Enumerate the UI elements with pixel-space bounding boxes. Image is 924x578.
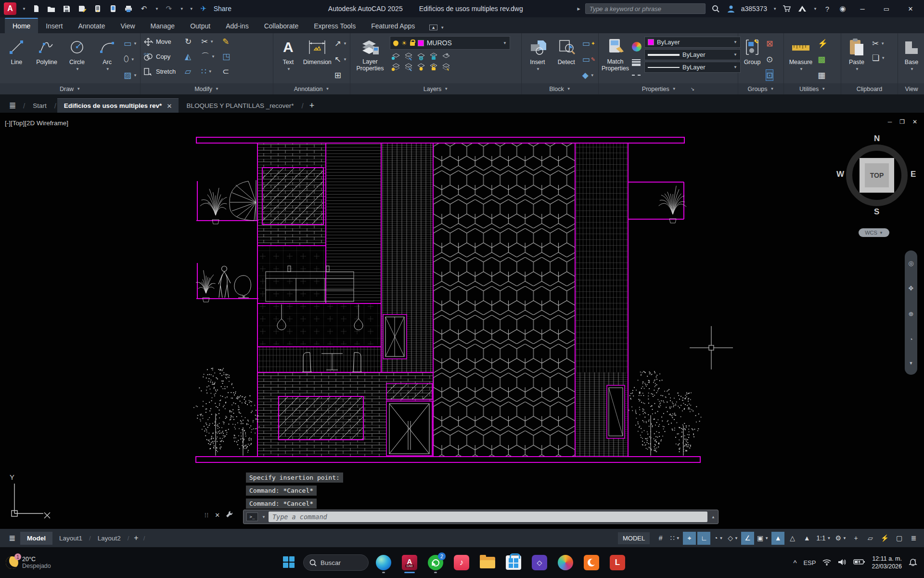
ribbon-tab-express-tools[interactable]: Express Tools [306, 19, 363, 33]
language-indicator[interactable]: ESP [803, 559, 816, 566]
layer-unisolate-button[interactable] [403, 63, 414, 73]
panel-label-block[interactable]: Block▼ [522, 83, 598, 94]
layer-on-all-button[interactable] [391, 63, 401, 73]
taskbar-app-music[interactable]: ♪ [450, 552, 473, 574]
layer-lock-button[interactable] [428, 52, 439, 62]
dimension-button[interactable]: Dimension [303, 35, 332, 83]
panel-label-annotation[interactable]: Annotation▼ [273, 83, 350, 94]
object-snap-toggle[interactable]: ▣▼ [756, 532, 770, 545]
command-prompt-icon[interactable]: >_ [246, 512, 258, 521]
new-layout-button[interactable]: + [129, 534, 143, 542]
cut-button[interactable]: ✂▼ [872, 38, 885, 49]
orbit-icon[interactable]: ◔ [909, 336, 913, 343]
tab-model[interactable]: Model [20, 532, 52, 545]
start-button[interactable] [283, 556, 295, 569]
base-button[interactable]: Base▼ [901, 35, 922, 83]
move-button[interactable]: Move [143, 35, 185, 49]
notification-bell-icon[interactable]: z [909, 558, 917, 567]
erase-button[interactable]: ✎ [222, 37, 237, 47]
panel-label-groups[interactable]: Groups▼ [738, 83, 783, 94]
maximize-button[interactable]: ▭ [877, 1, 896, 16]
polar-tracking-toggle[interactable]: ◔▼ [712, 532, 725, 545]
customization-button[interactable]: ≣ [907, 532, 920, 545]
hatch-button[interactable]: ▨▼ [124, 70, 137, 80]
battery-icon[interactable] [853, 559, 865, 566]
fillet-button[interactable]: ⌒▼ [201, 52, 222, 62]
layer-thaw-icon[interactable]: ☀ [401, 39, 407, 47]
lineweight-select[interactable]: ByLayer▼ [644, 49, 741, 60]
layer-color-swatch[interactable] [418, 40, 424, 46]
multileader-button[interactable]: ↖▼ [334, 54, 347, 65]
layer-isolate-button[interactable] [403, 52, 414, 62]
minimize-button[interactable]: ─ [853, 1, 872, 16]
viewcube-south[interactable]: S [874, 207, 879, 217]
copy-button[interactable]: O↰Copy [143, 50, 185, 64]
help-icon[interactable]: ? [822, 3, 833, 14]
weather-widget[interactable]: 1 20°C Despejado [0, 556, 96, 569]
tab-layout2[interactable]: Layout2 [91, 532, 128, 545]
create-block-button[interactable]: ▭✦ [582, 38, 595, 49]
autoscale-toggle[interactable]: △ [786, 532, 799, 545]
ribbon-tab-home[interactable]: Home [5, 18, 38, 33]
text-button[interactable]: A Text▼ [276, 35, 300, 83]
edit-block-button[interactable]: ▭✎ [582, 54, 595, 65]
grid-toggle[interactable]: # [654, 532, 667, 545]
command-close-icon[interactable]: ✕ [215, 512, 220, 519]
taskbar-app-l[interactable]: L [606, 552, 629, 574]
layer-unlock-all-button[interactable] [428, 63, 439, 73]
command-history-toggle-icon[interactable]: ▲ [711, 515, 715, 519]
viewport-minimize-icon[interactable]: ─ [888, 118, 892, 125]
ribbon-tab-addins[interactable]: Add-ins [218, 19, 256, 33]
file-tab-start[interactable]: Start [26, 98, 53, 113]
match-properties-button[interactable]: Match Properties [602, 35, 629, 83]
ribbon-tab-collaborate[interactable]: Collaborate [257, 19, 307, 33]
taskbar-app-edge[interactable] [372, 552, 395, 574]
command-bar[interactable]: >_ ▼ ▲ [243, 510, 719, 524]
line-button[interactable]: Line [3, 35, 30, 83]
steering-wheel-icon[interactable]: ◎ [908, 260, 913, 267]
close-tab-icon[interactable]: ✕ [167, 102, 172, 110]
layer-on-icon[interactable] [393, 40, 398, 46]
drawing-canvas[interactable]: Y [0, 113, 924, 529]
ribbon-tab-output[interactable]: Output [182, 19, 218, 33]
panel-label-modify[interactable]: Modify▼ [141, 83, 273, 94]
object-color-select[interactable]: ByLayer▼ [644, 37, 741, 48]
undo-icon[interactable]: ↶ [139, 3, 149, 14]
layer-match-button[interactable] [441, 63, 451, 73]
taskbar-app-copilot[interactable] [554, 552, 577, 574]
feedback-icon[interactable]: ◉ [837, 3, 848, 14]
navigation-bar[interactable]: ◎ ✥ ⊕ ◔ ▼ [905, 250, 917, 375]
user-menu-caret-icon[interactable]: ▼ [773, 7, 777, 11]
dynamic-input-toggle[interactable]: ⌖ [683, 532, 696, 545]
clean-screen-button[interactable]: ▢ [893, 532, 906, 545]
clock[interactable]: 12:11 a. m. 22/03/2026 [872, 555, 902, 571]
autocad-logo-icon[interactable]: A [4, 2, 16, 15]
help-search-input[interactable] [585, 3, 706, 14]
layer-unlock-icon[interactable] [410, 42, 415, 46]
quick-select-button[interactable]: ⚡ [818, 38, 828, 49]
close-button[interactable]: ✕ [901, 1, 920, 16]
arc-button[interactable]: Arc▼ [93, 35, 121, 83]
viewcube-east[interactable]: E [911, 170, 916, 179]
polyline-button[interactable]: Polyline [33, 35, 61, 83]
file-tab-current[interactable]: Edificios de usos multiples rev*✕ [57, 98, 179, 113]
panel-label-properties[interactable]: Properties▼↘ [599, 83, 738, 94]
rotate-button[interactable]: ↻ [185, 37, 201, 47]
osnap-tracking-toggle[interactable]: ∠ [741, 532, 754, 545]
ribbon-tab-featured-apps[interactable]: Featured Apps [363, 19, 423, 33]
isodraft-toggle[interactable]: ◇▼ [726, 532, 740, 545]
layer-user-button[interactable] [441, 52, 451, 62]
offset-button[interactable]: ⊂ [222, 66, 237, 77]
scale-button[interactable]: ▱ [185, 66, 201, 77]
crosshair-button[interactable]: + [849, 532, 862, 545]
zoom-icon[interactable]: ⊕ [909, 310, 914, 317]
linetype-select[interactable]: ByLayer▼ [644, 62, 741, 73]
new-file-icon[interactable] [31, 3, 41, 14]
file-tab-bloques[interactable]: BLOQUES Y PLANTILLAS _recover* [180, 98, 300, 113]
qat-customize-icon[interactable]: ▼ [190, 7, 193, 11]
mirror-button[interactable]: ◭ [185, 52, 201, 62]
layout-menu-icon[interactable]: ≣ [4, 533, 20, 543]
rectangle-button[interactable]: ▭▼ [124, 38, 137, 49]
table-button[interactable]: ⊞ [334, 70, 347, 80]
layer-properties-button[interactable]: Layer Properties [353, 35, 387, 83]
